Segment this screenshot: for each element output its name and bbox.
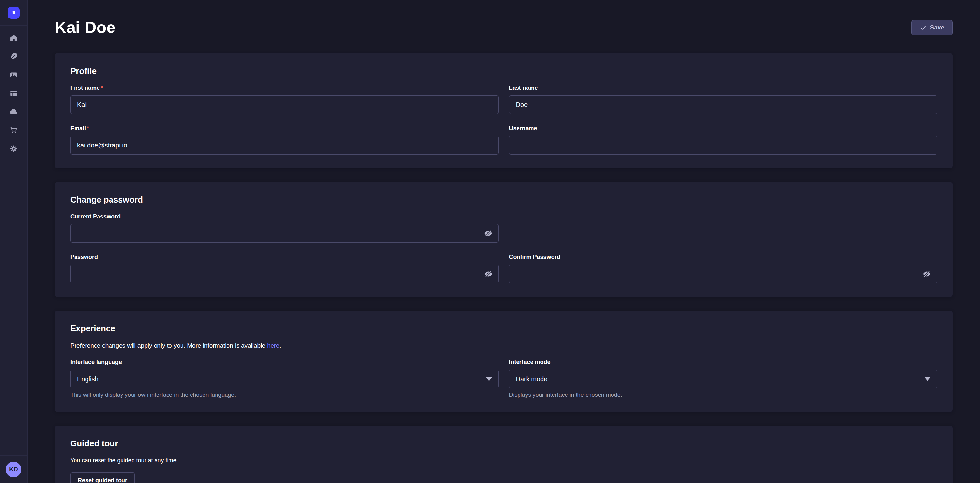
current-password-label: Current Password (70, 213, 499, 220)
eye-slash-icon (484, 229, 493, 238)
sidebar-item-marketplace[interactable] (6, 123, 21, 137)
last-name-label: Last name (509, 84, 937, 91)
content-manager-icon (10, 52, 18, 61)
sidebar-item-media-library[interactable] (6, 68, 21, 82)
settings-icon (10, 145, 18, 153)
interface-mode-select[interactable]: Dark mode (509, 370, 937, 388)
interface-language-select[interactable]: English (70, 370, 499, 388)
home-icon (10, 34, 18, 42)
guided-tour-card: Guided tour You can reset the guided tou… (55, 426, 953, 483)
interface-mode-hint: Displays your interface in the chosen mo… (509, 392, 937, 399)
profile-card: Profile First name * Last name (55, 53, 953, 168)
app-root: KD Kai Doe Save Profile First name * (0, 0, 980, 483)
marketplace-icon (10, 126, 18, 134)
experience-description-prefix: Preference changes will apply only to yo… (70, 342, 267, 349)
interface-mode-label: Interface mode (509, 359, 937, 366)
email-field-group: Email * (70, 125, 499, 155)
sidebar-logo-area (0, 0, 27, 26)
first-name-label-text: First name (70, 84, 100, 91)
cloud-icon (10, 108, 18, 116)
content-type-builder-icon (10, 89, 18, 97)
interface-language-hint: This will only display your own interfac… (70, 392, 499, 399)
change-password-heading: Change password (70, 195, 937, 205)
guided-tour-description: You can reset the guided tour at any tim… (70, 457, 937, 464)
chevron-down-icon (924, 377, 931, 381)
first-name-label: First name * (70, 84, 499, 91)
sidebar-item-content-type-builder[interactable] (6, 86, 21, 100)
sidebar-item-cloud[interactable] (6, 105, 21, 119)
first-name-field-group: First name * (70, 84, 499, 114)
password-label-text: Password (70, 254, 98, 261)
media-library-icon (10, 71, 18, 79)
username-input[interactable] (509, 136, 937, 155)
strapi-logo-icon (8, 7, 20, 19)
experience-grid: Interface language English This will onl… (70, 359, 937, 399)
interface-language-label: Interface language (70, 359, 499, 366)
password-field-group: Password (70, 254, 499, 283)
chevron-down-icon (486, 377, 492, 381)
password-wrap (70, 265, 499, 283)
interface-mode-field-group: Interface mode Dark mode Displays your i… (509, 359, 937, 399)
save-button-label: Save (930, 24, 944, 31)
sidebar-item-home[interactable] (6, 31, 21, 45)
experience-card: Experience Preference changes will apply… (55, 311, 953, 412)
experience-description: Preference changes will apply only to yo… (70, 342, 937, 349)
email-input[interactable] (70, 136, 499, 155)
grid-spacer (509, 213, 937, 243)
username-label: Username (509, 125, 937, 132)
profile-grid: First name * Last name Email * (70, 84, 937, 155)
check-icon (920, 24, 926, 31)
confirm-password-field-group: Confirm Password (509, 254, 937, 283)
profile-heading: Profile (70, 66, 937, 76)
email-label-text: Email (70, 125, 86, 132)
sidebar: KD (0, 0, 27, 483)
experience-description-suffix: . (279, 342, 281, 349)
current-password-field-group: Current Password (70, 213, 499, 243)
change-password-grid: Current Password (70, 213, 937, 283)
username-label-text: Username (509, 125, 537, 132)
interface-language-label-text: Interface language (70, 359, 122, 366)
eye-slash-icon (922, 269, 931, 279)
save-button[interactable]: Save (911, 20, 953, 35)
current-password-label-text: Current Password (70, 213, 121, 220)
eye-slash-icon (484, 269, 493, 279)
page-title: Kai Doe (55, 18, 116, 37)
toggle-confirm-password-visibility-button[interactable] (920, 267, 934, 281)
sidebar-footer: KD (0, 456, 27, 483)
interface-mode-label-text: Interface mode (509, 359, 550, 366)
current-password-wrap (70, 224, 499, 243)
page-header: Kai Doe Save (55, 0, 953, 37)
current-password-input[interactable] (70, 224, 499, 243)
experience-heading: Experience (70, 324, 937, 333)
confirm-password-wrap (509, 265, 937, 283)
reset-guided-tour-button[interactable]: Reset guided tour (70, 472, 135, 483)
user-avatar[interactable]: KD (6, 462, 21, 477)
interface-mode-value: Dark mode (516, 375, 548, 383)
confirm-password-input[interactable] (509, 265, 937, 283)
toggle-current-password-visibility-button[interactable] (481, 226, 495, 241)
username-field-group: Username (509, 125, 937, 155)
confirm-password-label: Confirm Password (509, 254, 937, 261)
change-password-card: Change password Current Password (55, 182, 953, 297)
interface-language-value: English (77, 375, 99, 383)
confirm-password-label-text: Confirm Password (509, 254, 561, 261)
email-label: Email * (70, 125, 499, 132)
last-name-input[interactable] (509, 95, 937, 114)
more-information-link[interactable]: here (267, 342, 279, 349)
sidebar-nav (6, 26, 21, 156)
last-name-label-text: Last name (509, 84, 538, 91)
last-name-field-group: Last name (509, 84, 937, 114)
required-asterisk: * (101, 84, 103, 91)
main-content: Kai Doe Save Profile First name * (27, 0, 980, 483)
interface-language-field-group: Interface language English This will onl… (70, 359, 499, 399)
required-asterisk: * (87, 125, 89, 132)
first-name-input[interactable] (70, 95, 499, 114)
password-input[interactable] (70, 265, 499, 283)
password-label: Password (70, 254, 499, 261)
sidebar-item-settings[interactable] (6, 142, 21, 156)
sidebar-item-content-manager[interactable] (6, 49, 21, 64)
toggle-password-visibility-button[interactable] (481, 267, 495, 281)
guided-tour-heading: Guided tour (70, 438, 937, 449)
